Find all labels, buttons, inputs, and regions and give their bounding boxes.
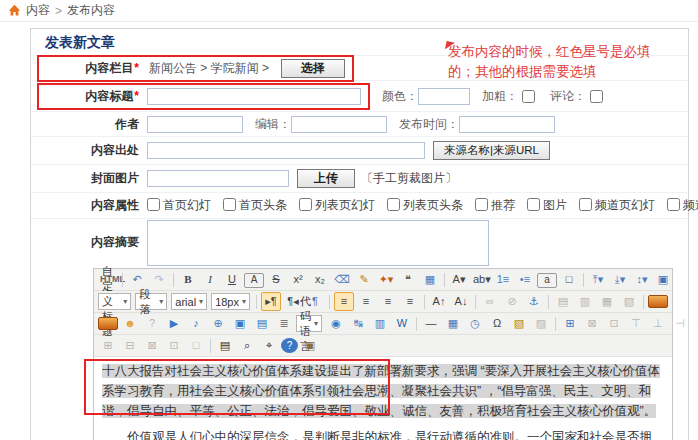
superscript-icon[interactable]: x²	[288, 270, 308, 289]
image-align-left-icon: ▤	[553, 292, 573, 311]
breadcrumb: 内容 > 发布内容	[0, 0, 698, 22]
required-asterisk: *	[134, 61, 139, 75]
format-brush-icon[interactable]: ✎	[354, 270, 374, 289]
publish-time-input[interactable]	[459, 116, 555, 133]
emoticon-icon[interactable]: ☻	[120, 314, 140, 333]
bold-icon[interactable]: B	[178, 270, 198, 289]
attribute-option-label: 频道页头条	[683, 198, 698, 212]
insert-time-icon[interactable]: ◷	[465, 314, 485, 333]
document-icon[interactable]: ≣	[274, 314, 294, 333]
cover-image-input[interactable]	[147, 170, 289, 187]
find-replace-icon[interactable]: ⌖	[259, 336, 279, 355]
author-input[interactable]	[147, 116, 243, 133]
insert-code-icon[interactable]: ◉	[326, 314, 346, 333]
code-language-select[interactable]: 代码语言▾	[296, 315, 322, 332]
fullscreen-icon[interactable]: ▣	[653, 270, 673, 289]
align-right-icon[interactable]: ≡	[378, 292, 398, 311]
summary-textarea[interactable]	[147, 220, 489, 266]
home-icon[interactable]	[8, 4, 21, 17]
font-size-select[interactable]: 18px▾	[211, 293, 250, 310]
font-size-up-icon[interactable]: A↑	[429, 292, 449, 311]
attribute-checkbox[interactable]	[223, 198, 236, 211]
eraser-icon[interactable]: ⌫	[332, 270, 352, 289]
template-box-icon[interactable]: ▦	[420, 270, 440, 289]
breadcrumb-section[interactable]: 内容	[26, 2, 50, 19]
word-import-icon[interactable]: W	[392, 314, 412, 333]
attribute-checkbox[interactable]	[147, 198, 160, 211]
delete-table-icon: ⊠	[582, 314, 602, 333]
preview-icon[interactable]: ⌕	[237, 336, 257, 355]
blockquote-icon[interactable]: ❝	[398, 270, 418, 289]
line-height-icon[interactable]: ↕▾	[632, 270, 652, 289]
title-bold-checkbox[interactable]	[522, 90, 535, 103]
baidu-map-icon: ?	[142, 314, 162, 333]
anchor-icon[interactable]: ⚓	[524, 292, 544, 311]
toolbar-separator	[444, 273, 445, 287]
insert-video-icon[interactable]: ▶	[164, 314, 184, 333]
editor-name-input[interactable]	[291, 116, 387, 133]
title-color-input[interactable]	[418, 88, 470, 105]
paragraph-select[interactable]: 段落▾	[135, 293, 167, 310]
underline-icon[interactable]: U	[222, 270, 242, 289]
source-name-url-button[interactable]: 来源名称|来源URL	[433, 141, 550, 160]
editor-toolbar-row-2: 自定义标题▾段落▾arial▾18px▾▸¶¶◂¶≡≡≡≡A↑A↓∞⊘⚓▤▥▦▧	[94, 291, 672, 313]
paste-icon[interactable]: ▣	[300, 336, 320, 355]
title-input[interactable]	[147, 88, 361, 105]
attribute-option-label: 列表页头条	[403, 198, 463, 212]
insert-col-left-icon: ⊣	[670, 314, 690, 333]
comment-checkbox[interactable]	[590, 90, 603, 103]
upload-button[interactable]: 上传	[297, 169, 355, 188]
image-edit-icon[interactable]: ▧	[509, 314, 529, 333]
title-label: 内容标题*	[43, 88, 139, 105]
choose-category-button[interactable]: 选择	[281, 59, 345, 78]
align-left-icon[interactable]: ≡	[334, 292, 354, 311]
summary-label: 内容摘要	[43, 234, 139, 251]
anchor-box-icon[interactable]: a	[537, 273, 557, 288]
special-char-icon[interactable]: Ω	[487, 314, 507, 333]
editor-content[interactable]: 十八大报告对社会主义核心价值体系建设提出了新部署新要求，强调 “要深入开展社会主…	[94, 357, 672, 440]
unordered-list-icon[interactable]: •≡	[515, 270, 535, 289]
font-select[interactable]: arial▾	[171, 293, 207, 310]
space-above-icon[interactable]: ⤒▾	[588, 270, 608, 289]
insert-row-above-icon: ⊤	[626, 314, 646, 333]
font-size-down-icon[interactable]: A↓	[451, 292, 471, 311]
insert-image-icon[interactable]	[98, 317, 118, 330]
highlight-color-icon[interactable]: ab▾	[471, 270, 491, 289]
space-below-icon[interactable]: ⤓▾	[610, 270, 630, 289]
attribute-checkbox[interactable]	[579, 198, 592, 211]
insert-date-icon[interactable]: ▦	[443, 314, 463, 333]
font-box-icon[interactable]: A	[244, 273, 264, 288]
horizontal-rule-icon[interactable]: —	[421, 314, 441, 333]
align-center-icon[interactable]: ≡	[356, 292, 376, 311]
blank-page-icon[interactable]: □	[559, 270, 579, 289]
image-align-right-icon: ▦	[597, 292, 617, 311]
picture-group-icon[interactable]: ▤	[252, 314, 272, 333]
image-album-icon[interactable]: ▣	[230, 314, 250, 333]
insert-music-icon[interactable]: ♪	[186, 314, 206, 333]
attribute-checkbox[interactable]	[667, 198, 680, 211]
paint-format-icon[interactable]: ✦▾	[376, 270, 396, 289]
italic-icon[interactable]: I	[200, 270, 220, 289]
ordered-list-icon[interactable]: 1≡	[493, 270, 513, 289]
title-color-label: 颜色：	[382, 88, 418, 105]
font-color-icon[interactable]: A▾	[449, 270, 469, 289]
attachment-icon[interactable]: ⊕	[208, 314, 228, 333]
align-justify-icon[interactable]: ≡	[400, 292, 420, 311]
attribute-checkbox[interactable]	[475, 198, 488, 211]
strikethrough-icon[interactable]: S	[266, 270, 286, 289]
attribute-checkbox[interactable]	[527, 198, 540, 211]
page-break-icon[interactable]: ↹	[348, 314, 368, 333]
insert-table-icon[interactable]: ⊞	[560, 314, 580, 333]
heading-select[interactable]: 自定义标题▾	[98, 293, 131, 310]
link-icon: ∞	[480, 292, 500, 311]
insert-media-icon[interactable]	[648, 295, 668, 308]
print-icon[interactable]: ▤	[215, 336, 235, 355]
subscript-icon[interactable]: x₂	[310, 270, 330, 289]
attribute-checkbox[interactable]	[299, 198, 312, 211]
layout-icon[interactable]: ▥	[370, 314, 390, 333]
attribute-checkbox[interactable]	[387, 198, 400, 211]
help-icon[interactable]: ?	[281, 338, 298, 353]
indent-first-line-icon[interactable]: ▸¶	[261, 292, 281, 311]
source-input[interactable]	[147, 142, 425, 159]
title-row: 内容标题* 颜色： 加粗： 评论：	[31, 80, 688, 111]
